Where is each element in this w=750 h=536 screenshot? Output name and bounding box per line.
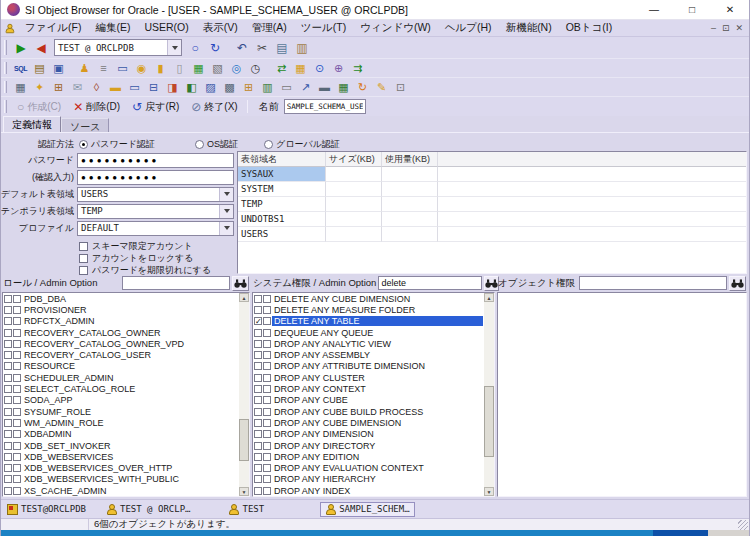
role-row[interactable]: RDFCTX_ADMIN — [3, 316, 238, 327]
tablespace-column-header[interactable]: サイズ(KB) — [326, 152, 382, 167]
role-granted-checkbox[interactable] — [4, 408, 12, 416]
mdi-close-button[interactable]: ✕ — [735, 23, 743, 33]
privilege-admin-option-checkbox[interactable] — [263, 295, 271, 303]
system-privilege-row[interactable]: DROP ANY CUBE — [253, 395, 483, 406]
privilege-admin-option-checkbox[interactable] — [263, 453, 271, 461]
system-privilege-row[interactable]: DROP ANY CUBE DIMENSION — [253, 417, 483, 428]
role-admin-option-checkbox[interactable] — [13, 430, 21, 438]
file-icon[interactable]: ▯ — [171, 61, 188, 76]
scroll-down-icon[interactable]: ▼ — [484, 487, 494, 496]
privilege-admin-option-checkbox[interactable] — [263, 408, 271, 416]
role-granted-checkbox[interactable] — [4, 306, 12, 314]
report-icon[interactable]: ◧ — [183, 80, 200, 95]
session-icon[interactable]: ▭ — [114, 61, 131, 76]
tablespace-name-cell[interactable]: SYSAUX — [238, 167, 326, 182]
tab-source[interactable]: ソース — [61, 118, 109, 132]
role-row[interactable]: PROVISIONER — [3, 304, 238, 315]
role-granted-checkbox[interactable] — [4, 453, 12, 461]
menu-user[interactable]: USER(O) — [137, 21, 195, 35]
role-admin-option-checkbox[interactable] — [13, 487, 21, 495]
role-row[interactable]: PDB_DBA — [3, 293, 238, 304]
role-row[interactable]: RECOVERY_CATALOG_USER — [3, 349, 238, 360]
toolbar-grip[interactable] — [4, 100, 7, 113]
mdi-minimize-button[interactable]: – — [711, 23, 716, 33]
role-admin-option-checkbox[interactable] — [13, 329, 21, 337]
disconnect-session-icon[interactable]: ◀ — [32, 39, 50, 56]
role-row[interactable]: RECOVERY_CATALOG_OWNER — [3, 327, 238, 338]
tablespace-row[interactable]: UNDOTBS1 — [238, 212, 746, 227]
privilege-granted-checkbox[interactable]: ✓ — [254, 317, 262, 325]
privilege-granted-checkbox[interactable] — [254, 464, 262, 472]
system-privilege-row[interactable]: DROP ANY CUBE BUILD PROCESS — [253, 406, 483, 417]
role-admin-option-checkbox[interactable] — [13, 419, 21, 427]
form-icon[interactable]: ◨ — [164, 80, 181, 95]
role-row[interactable]: XDB_SET_INVOKER — [3, 440, 238, 451]
mdi-tab-sample-schem-[interactable]: SAMPLE_SCHEM… — [320, 502, 414, 517]
role-granted-checkbox[interactable] — [4, 430, 12, 438]
roles-scrollbar[interactable]: ▲ ▼ — [239, 293, 249, 496]
default-tablespace-select[interactable]: USERS — [77, 187, 234, 202]
privilege-admin-option-checkbox[interactable] — [263, 475, 271, 483]
privilege-granted-checkbox[interactable] — [254, 442, 262, 450]
connection-combobox[interactable]: TEST @ ORCLPDB — [54, 39, 182, 56]
role-row[interactable]: XDBADMIN — [3, 429, 238, 440]
mdi-tab-test-orclpdb[interactable]: TEST@ORCLPDB — [3, 502, 90, 517]
db-search-icon[interactable]: ⊙ — [311, 61, 328, 76]
system-privileges-filter-input[interactable] — [378, 276, 482, 290]
copy-objects-icon[interactable]: ▧ — [209, 61, 226, 76]
privilege-granted-checkbox[interactable] — [254, 351, 262, 359]
privilege-admin-option-checkbox[interactable] — [263, 487, 271, 495]
privilege-granted-checkbox[interactable] — [254, 453, 262, 461]
system-privilege-row[interactable]: DROP ANY EVALUATION CONTEXT — [253, 462, 483, 473]
system-privilege-row[interactable]: ✓DELETE ANY TABLE — [253, 316, 483, 327]
role-granted-checkbox[interactable] — [4, 329, 12, 337]
privilege-granted-checkbox[interactable] — [254, 430, 262, 438]
privilege-admin-option-checkbox[interactable] — [263, 329, 271, 337]
role-admin-option-checkbox[interactable] — [13, 453, 21, 461]
tablespace-column-header[interactable]: 使用量(KB) — [382, 152, 438, 167]
tablespace-name-cell[interactable]: USERS — [238, 227, 326, 242]
role-admin-option-checkbox[interactable] — [13, 362, 21, 370]
tablespace-row[interactable]: USERS — [238, 227, 746, 242]
memory-icon[interactable]: ▦ — [190, 61, 207, 76]
privilege-admin-option-checkbox[interactable] — [263, 306, 271, 314]
system-privilege-row[interactable]: DEQUEUE ANY QUEUE — [253, 327, 483, 338]
toolbar-grip[interactable] — [4, 81, 7, 94]
storage-icon[interactable]: ▮ — [152, 61, 169, 76]
window-small-icon[interactable]: ▭ — [278, 80, 295, 95]
system-privilege-row[interactable]: DROP ANY EDITION — [253, 451, 483, 462]
privilege-granted-checkbox[interactable] — [254, 475, 262, 483]
role-granted-checkbox[interactable] — [4, 475, 12, 483]
privilege-admin-option-checkbox[interactable] — [263, 430, 271, 438]
system-privilege-row[interactable]: DROP ANY HIERARCHY — [253, 474, 483, 485]
script-icon[interactable]: ▤ — [31, 61, 48, 76]
privilege-admin-option-checkbox[interactable] — [263, 419, 271, 427]
scroll-up-icon[interactable]: ▲ — [239, 293, 249, 302]
system-privilege-row[interactable]: DROP ANY INDEX — [253, 485, 483, 496]
system-privilege-row[interactable]: DROP ANY DIMENSION — [253, 429, 483, 440]
chart-icon[interactable]: ▦ — [335, 80, 352, 95]
tablespace-row[interactable]: SYSTEM — [238, 182, 746, 197]
system-privilege-row[interactable]: DROP ANY CLUSTER — [253, 372, 483, 383]
privilege-admin-option-checkbox[interactable] — [263, 374, 271, 382]
role-row[interactable]: XS_CACHE_ADMIN — [3, 485, 238, 496]
chevron-down-icon[interactable] — [219, 205, 233, 218]
partition-icon[interactable]: ▦ — [292, 61, 309, 76]
role-granted-checkbox[interactable] — [4, 396, 12, 404]
role-granted-checkbox[interactable] — [4, 340, 12, 348]
privilege-admin-option-checkbox[interactable] — [263, 385, 271, 393]
chevron-down-icon[interactable] — [219, 222, 233, 235]
privilege-admin-option-checkbox[interactable] — [263, 340, 271, 348]
privilege-granted-checkbox[interactable] — [254, 408, 262, 416]
privilege-admin-option-checkbox[interactable] — [263, 464, 271, 472]
role-granted-checkbox[interactable] — [4, 442, 12, 450]
menu-help[interactable]: ヘルプ(H) — [438, 21, 499, 35]
user-icon[interactable]: ♟ — [76, 61, 93, 76]
mdi-tab-test-orclp-[interactable]: TEST @ ORCLP… — [102, 502, 194, 517]
toolbar-grip[interactable] — [4, 62, 7, 75]
menu-edit[interactable]: 編集(E) — [88, 21, 137, 35]
role-admin-option-checkbox[interactable] — [13, 442, 21, 450]
role-row[interactable]: SODA_APP — [3, 395, 238, 406]
job-icon[interactable]: ◊ — [88, 80, 105, 95]
profile-select[interactable]: DEFAULT — [77, 221, 234, 236]
